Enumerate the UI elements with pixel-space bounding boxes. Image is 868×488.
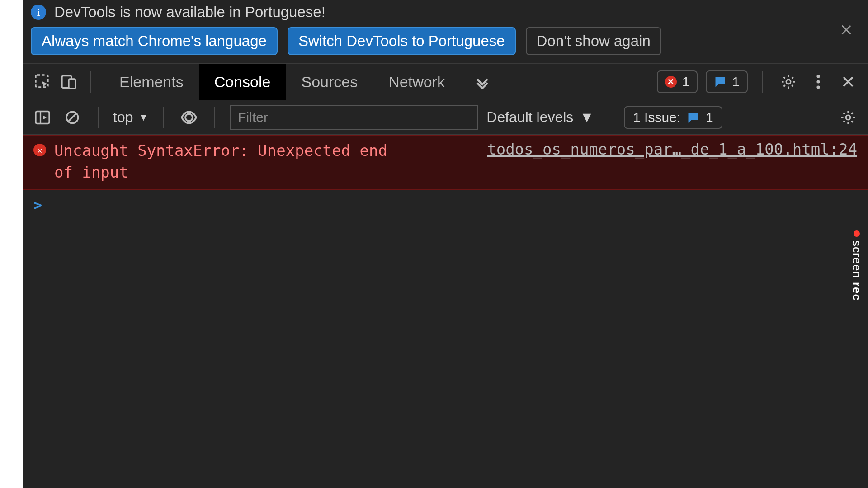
svg-point-9 [185, 114, 193, 121]
main-tabbar: Elements Console Sources Network ✕ 1 1 [23, 63, 868, 100]
dropdown-triangle-icon: ▼ [580, 109, 594, 126]
error-message: Uncaught SyntaxError: Unexpected end of … [54, 140, 398, 183]
tab-console[interactable]: Console [199, 64, 286, 100]
error-dot-icon: ✕ [665, 76, 677, 88]
console-settings-icon[interactable] [837, 107, 859, 128]
divider [762, 71, 763, 93]
tabs: Elements Console Sources Network [104, 64, 460, 100]
dont-show-again-button[interactable]: Don't show again [526, 27, 661, 55]
match-chrome-language-button[interactable]: Always match Chrome's language [31, 27, 278, 55]
infobar-close-button[interactable] [840, 23, 853, 36]
message-count-badge[interactable]: 1 [706, 70, 748, 93]
live-expression-icon[interactable] [178, 107, 200, 128]
inspect-element-icon[interactable] [32, 71, 53, 93]
filter-input[interactable] [230, 105, 478, 130]
svg-point-5 [816, 80, 820, 83]
svg-point-3 [786, 80, 791, 84]
console-sidebar-toggle-icon[interactable] [32, 107, 53, 128]
devtools-panel: i DevTools is now available in Portugues… [23, 0, 868, 488]
message-icon [714, 75, 726, 88]
error-count: 1 [682, 74, 690, 89]
language-infobar: i DevTools is now available in Portugues… [23, 0, 868, 63]
record-dot-icon [854, 230, 860, 237]
close-devtools-button[interactable] [837, 71, 859, 93]
watermark-text-a: screen [849, 240, 863, 278]
divider [163, 107, 164, 128]
issues-badge[interactable]: 1 Issue: 1 [624, 106, 722, 129]
divider [98, 107, 99, 128]
svg-rect-2 [69, 79, 75, 89]
svg-rect-7 [36, 111, 49, 123]
screenrec-watermark: screenrec [849, 230, 863, 301]
divider [609, 107, 609, 128]
clear-console-icon[interactable] [61, 107, 83, 128]
tab-network[interactable]: Network [373, 64, 460, 100]
context-selector[interactable]: top ▼ [113, 109, 148, 126]
context-label: top [113, 109, 133, 126]
dropdown-triangle-icon: ▼ [138, 112, 148, 123]
message-icon [687, 111, 699, 124]
divider [214, 107, 215, 128]
error-count-badge[interactable]: ✕ 1 [657, 70, 698, 93]
tab-elements[interactable]: Elements [104, 64, 199, 100]
levels-label: Default levels [486, 109, 573, 126]
switch-language-button[interactable]: Switch DevTools to Portuguese [288, 27, 516, 55]
svg-point-4 [816, 75, 820, 78]
svg-point-10 [846, 115, 850, 120]
infobar-title: DevTools is now available in Portuguese! [54, 4, 326, 21]
console-prompt[interactable]: > [23, 190, 868, 220]
settings-button[interactable] [778, 71, 799, 93]
issues-count: 1 [706, 110, 713, 125]
svg-rect-0 [36, 75, 48, 87]
info-icon: i [31, 5, 46, 20]
error-dot-icon: ✕ [33, 144, 46, 156]
error-source-link[interactable]: todos_os_numeros_par…_de_1_a_100.html:24 [487, 140, 857, 158]
log-levels-selector[interactable]: Default levels ▼ [486, 109, 594, 126]
prompt-caret-icon: > [33, 197, 42, 214]
watermark-text-b: rec [849, 282, 863, 301]
device-toolbar-icon[interactable] [58, 71, 80, 93]
console-error-row[interactable]: ✕ Uncaught SyntaxError: Unexpected end o… [23, 135, 868, 190]
console-toolbar: top ▼ Default levels ▼ 1 Issue: 1 [23, 100, 868, 135]
svg-point-6 [816, 85, 820, 89]
more-options-button[interactable] [807, 71, 829, 93]
tabs-overflow-icon[interactable] [465, 74, 500, 89]
issues-label: 1 Issue: [633, 110, 680, 125]
tab-sources[interactable]: Sources [286, 64, 373, 100]
divider [90, 71, 91, 93]
message-count: 1 [732, 74, 740, 89]
